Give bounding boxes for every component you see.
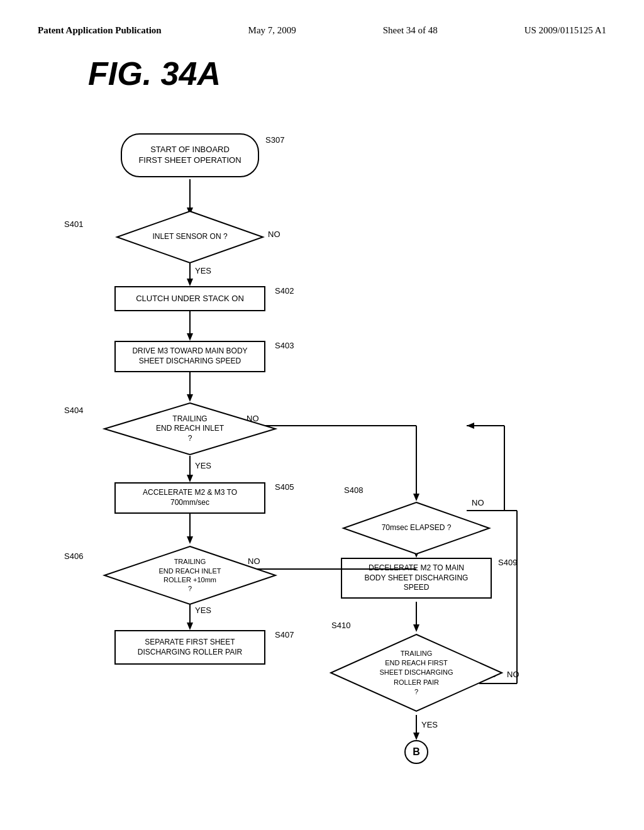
s307-label: S307 <box>265 135 284 145</box>
fig-title: FIG. 34A <box>88 55 606 92</box>
svg-text:YES: YES <box>195 606 211 615</box>
s403-label: S403 <box>275 341 294 350</box>
svg-marker-3 <box>187 279 193 286</box>
s407-rect: SEPARATE FIRST SHEET DISCHARGING ROLLER … <box>114 630 265 665</box>
flowchart: YES NO YES NO YES <box>52 111 592 790</box>
header-patent: US 2009/0115125 A1 <box>525 25 606 36</box>
s410-no: NO <box>507 670 519 679</box>
header-sheet: Sheet 34 of 48 <box>383 25 438 36</box>
s401-label: S401 <box>64 219 83 229</box>
svg-marker-6 <box>187 333 193 341</box>
s406-label: S406 <box>64 551 83 561</box>
svg-text:YES: YES <box>195 266 211 275</box>
svg-text:YES: YES <box>195 461 211 470</box>
s404-label: S404 <box>64 406 83 415</box>
svg-marker-27 <box>467 423 474 429</box>
s401-diamond: INLET SENSOR ON ? <box>114 209 265 265</box>
s402-rect: CLUTCH UNDER STACK ON <box>114 286 265 311</box>
s408-diamond: 70msec ELAPSED ? <box>341 500 492 556</box>
s407-label: S407 <box>275 630 294 639</box>
b-connector: B <box>404 740 428 764</box>
s408-label: S408 <box>344 485 363 495</box>
svg-marker-21 <box>187 622 193 630</box>
s406-diamond: TRAILINGEND REACH INLETROLLER +10mm? <box>102 544 278 607</box>
svg-marker-17 <box>187 536 193 544</box>
s404-diamond: TRAILINGEND REACH INLET? <box>102 401 278 457</box>
svg-marker-39 <box>413 733 419 740</box>
s410-label: S410 <box>331 621 350 630</box>
s410-diamond: TRAILINGEND REACH FIRSTSHEET DISCHARGING… <box>328 632 504 714</box>
s409-label: S409 <box>498 558 517 567</box>
s405-label: S405 <box>275 482 294 492</box>
svg-text:YES: YES <box>421 720 438 729</box>
svg-marker-33 <box>413 624 419 632</box>
header: Patent Application Publication May 7, 20… <box>38 25 606 36</box>
s307-start: START OF INBOARD FIRST SHEET OPERATION <box>121 133 259 177</box>
svg-marker-14 <box>187 475 193 482</box>
header-date: May 7, 2009 <box>248 25 296 36</box>
header-publication: Patent Application Publication <box>38 25 162 36</box>
page: Patent Application Publication May 7, 20… <box>0 0 644 830</box>
s405-rect: ACCELERATE M2 & M3 TO 700mm/sec <box>114 482 265 514</box>
s402-label: S402 <box>275 286 294 296</box>
s403-rect: DRIVE M3 TOWARD MAIN BODY SHEET DISCHARI… <box>114 341 265 372</box>
s409-rect: DECELERATE M2 TO MAIN BODY SHEET DISCHAR… <box>341 558 492 599</box>
s401-no: NO <box>268 230 280 239</box>
